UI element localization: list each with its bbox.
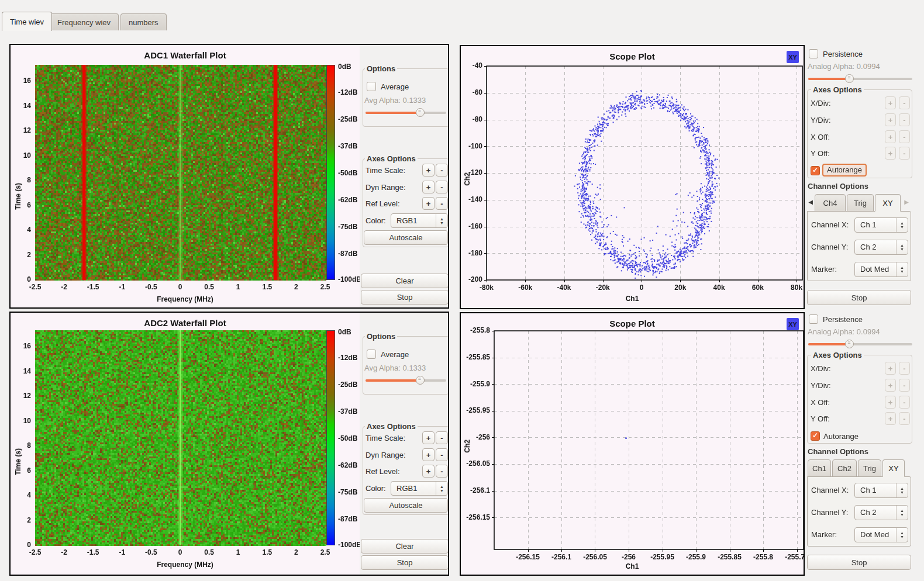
autoscale-button[interactable]: Autoscale: [364, 230, 448, 245]
spinbox-arrows-icon[interactable]: ▲▼: [896, 528, 908, 542]
marker-label: Marker:: [811, 530, 837, 539]
color-spinbox[interactable]: RGB1 ▲▼: [391, 481, 448, 496]
channel-tab-ch4[interactable]: Ch4: [815, 194, 846, 212]
analog-alpha-slider[interactable]: [808, 74, 912, 83]
autorange-label[interactable]: Autorange: [822, 164, 867, 177]
scope1-stop-button[interactable]: Stop: [807, 290, 911, 305]
xdiv-minus-button[interactable]: -: [899, 362, 910, 375]
yoff-plus-button[interactable]: +: [885, 412, 896, 425]
ydiv-plus-button[interactable]: +: [885, 379, 896, 392]
slider-handle[interactable]: [416, 376, 425, 385]
dyn-range-minus-button[interactable]: -: [436, 448, 448, 461]
clear-button[interactable]: Clear: [361, 539, 449, 554]
adc1-waterfall-canvas[interactable]: [11, 45, 360, 307]
xdiv-minus-button[interactable]: -: [899, 96, 910, 109]
avg-alpha-slider[interactable]: [366, 108, 446, 117]
clear-button[interactable]: Clear: [361, 274, 449, 288]
ydiv-label: Y/Div:: [811, 116, 831, 124]
spinbox-arrows-icon[interactable]: ▲▼: [896, 240, 908, 254]
ref-level-plus-button[interactable]: +: [422, 197, 435, 210]
spinbox-arrows-icon[interactable]: ▲▼: [896, 506, 908, 520]
axes-options-group-title: Axes Options: [811, 351, 864, 359]
adc2-waterfall-canvas[interactable]: [11, 313, 360, 575]
ref-level-minus-button[interactable]: -: [436, 465, 448, 478]
channel-x-label: Channel X:: [811, 220, 849, 229]
spinbox-arrows-icon[interactable]: ▲▼: [896, 483, 908, 497]
autorange-checkbox[interactable]: [811, 166, 820, 175]
channel-tab-trig[interactable]: Trig: [847, 194, 874, 212]
dyn-range-minus-button[interactable]: -: [436, 181, 448, 193]
yoff-plus-button[interactable]: +: [885, 147, 896, 160]
options-group-title: Options: [365, 332, 397, 341]
dyn-range-plus-button[interactable]: +: [422, 448, 435, 461]
xdiv-plus-button[interactable]: +: [885, 96, 896, 109]
persistence-checkbox[interactable]: [809, 49, 818, 58]
channel-y-label: Channel Y:: [811, 508, 848, 517]
autorange-checkbox[interactable]: [811, 431, 820, 441]
slider-handle[interactable]: [416, 108, 425, 117]
yoff-label: Y Off:: [811, 414, 830, 423]
time-scale-plus-button[interactable]: +: [422, 164, 435, 177]
adc1-xlabel: Frequency (MHz): [11, 295, 360, 303]
channel-x-spinbox[interactable]: Ch 1 ▲▼: [854, 483, 908, 498]
persistence-checkbox[interactable]: [809, 314, 818, 324]
slider-handle[interactable]: [845, 340, 854, 348]
xdiv-label: X/Div:: [811, 364, 831, 373]
tab-time-view[interactable]: Time wiev: [2, 12, 52, 31]
xoff-minus-button[interactable]: -: [899, 130, 910, 143]
scope2-stop-button[interactable]: Stop: [807, 555, 911, 570]
channel-x-value: Ch 1: [860, 486, 876, 494]
stop-button[interactable]: Stop: [361, 555, 449, 570]
scope2-canvas[interactable]: [461, 313, 804, 575]
channel-tab-trig[interactable]: Trig: [858, 459, 881, 477]
average-checkbox[interactable]: [367, 350, 376, 359]
marker-spinbox[interactable]: Dot Med ▲▼: [854, 262, 908, 277]
avg-alpha-slider[interactable]: [366, 376, 446, 385]
slider-fill: [808, 343, 850, 345]
ref-level-minus-button[interactable]: -: [436, 197, 448, 210]
channel-y-spinbox[interactable]: Ch 2 ▲▼: [854, 240, 908, 255]
color-spinbox[interactable]: RGB1 ▲▼: [391, 213, 448, 228]
time-scale-minus-button[interactable]: -: [436, 164, 448, 177]
tab-numbers[interactable]: numbers: [120, 13, 167, 30]
tab-frequency-view[interactable]: Frequency wiev: [49, 13, 119, 30]
channel-x-label: Channel X:: [811, 486, 849, 494]
time-scale-plus-button[interactable]: +: [422, 431, 435, 444]
spinbox-arrows-icon[interactable]: ▲▼: [436, 482, 447, 495]
channel-y-spinbox[interactable]: Ch 2 ▲▼: [854, 505, 908, 520]
xoff-minus-button[interactable]: -: [899, 396, 910, 409]
scope1-canvas[interactable]: [461, 46, 804, 308]
autoscale-button[interactable]: Autoscale: [364, 498, 448, 513]
ydiv-minus-button[interactable]: -: [899, 113, 910, 126]
ref-level-plus-button[interactable]: +: [422, 465, 435, 478]
autorange-label[interactable]: Autorange: [823, 432, 859, 441]
slider-handle[interactable]: [845, 74, 854, 83]
avg-alpha-label: Avg Alpha: 0.1333: [364, 96, 426, 105]
xoff-plus-button[interactable]: +: [885, 130, 896, 143]
channel-tab-xy[interactable]: XY: [882, 459, 905, 477]
yoff-label: Y Off:: [811, 149, 830, 158]
ydiv-plus-button[interactable]: +: [885, 113, 896, 126]
time-scale-minus-button[interactable]: -: [436, 431, 448, 444]
ydiv-minus-button[interactable]: -: [899, 379, 910, 392]
yoff-minus-button[interactable]: -: [899, 147, 910, 160]
average-checkbox[interactable]: [367, 82, 376, 91]
xdiv-plus-button[interactable]: +: [885, 362, 896, 375]
xoff-plus-button[interactable]: +: [885, 396, 896, 409]
stop-button[interactable]: Stop: [361, 290, 449, 305]
tab-scroll-right-icon[interactable]: ▶: [903, 199, 910, 205]
spinbox-arrows-icon[interactable]: ▲▼: [896, 218, 908, 232]
xdiv-label: X/Div:: [811, 99, 831, 108]
channel-tab-xy[interactable]: XY: [875, 194, 901, 212]
spinbox-arrows-icon[interactable]: ▲▼: [436, 214, 447, 227]
analog-alpha-slider[interactable]: [808, 340, 912, 348]
channel-tab-ch2[interactable]: Ch2: [832, 459, 857, 477]
channel-x-spinbox[interactable]: Ch 1 ▲▼: [854, 217, 908, 233]
tab-scroll-left-icon[interactable]: ◀: [807, 199, 814, 205]
marker-spinbox[interactable]: Dot Med ▲▼: [854, 527, 908, 542]
yoff-minus-button[interactable]: -: [899, 412, 910, 425]
ydiv-label: Y/Div:: [811, 381, 831, 390]
spinbox-arrows-icon[interactable]: ▲▼: [896, 262, 908, 276]
dyn-range-plus-button[interactable]: +: [422, 181, 435, 193]
channel-tab-ch1[interactable]: Ch1: [808, 459, 831, 477]
